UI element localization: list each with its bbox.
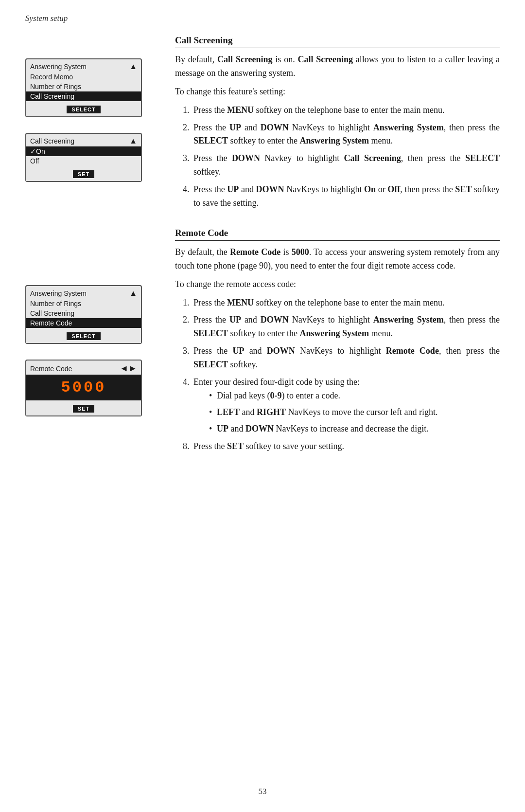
call-screening-para1: By default, Call Screening is on. Call S… [175,53,500,80]
screen4-button-row: SET [26,402,141,415]
remote-code-step-4: Enter your desired four-digit code by us… [183,376,500,436]
phone-screen-2: Call Screening ▲ ✓On Off SET [25,133,142,182]
page-header: System setup [25,14,68,23]
remote-code-para2: To change the remote access code: [175,278,500,291]
call-screening-steps: Press the MENU softkey on the telephone … [183,104,500,210]
screen4-set-btn[interactable]: SET [73,405,94,413]
screen3-select-btn[interactable]: SELECT [67,332,100,340]
remote-code-bullets: Dial pad keys (0-9) to enter a code. LEF… [209,389,500,436]
right-column: Call Screening By default, Call Screenin… [175,35,500,470]
call-screening-heading: Call Screening [175,35,500,48]
remote-code-section: Remote Code By default, the Remote Code … [175,228,500,453]
remote-code-step-3: Press the UP and DOWN NavKeys to highlig… [183,344,500,372]
screen2-title-row: Call Screening ▲ [26,136,141,146]
call-screening-step-2: Press the UP and DOWN NavKeys to highlig… [183,121,500,148]
screen2-arrow: ▲ [129,137,137,145]
phone-screen-4: Remote Code ◄► 5000 SET [25,360,142,416]
bullet-2: LEFT and RIGHT NavKeys to move the curso… [209,406,500,419]
bullet-3: UP and DOWN NavKeys to increase and decr… [209,422,500,436]
page-number: 53 [259,787,267,796]
screen1-row-1: Record Memo [26,72,141,82]
screen3-title-row: Answering System ▲ [26,288,141,299]
screen1-row-2: Number of Rings [26,82,141,91]
call-screening-step-1: Press the MENU softkey on the telephone … [183,104,500,117]
phone-screen-1: Answering System ▲ Record Memo Number of… [25,58,142,117]
phone-screen-3: Answering System ▲ Number of Rings Call … [25,285,142,344]
screen1-button-row: SELECT [26,103,141,116]
remote-code-display: 5000 [26,375,141,400]
left-column: Answering System ▲ Record Memo Number of… [25,58,157,432]
call-screening-para2: To change this feature's setting: [175,85,500,99]
screen2-set-btn[interactable]: SET [73,170,94,178]
screen3-button-row: SELECT [26,330,141,343]
remote-code-step-5: Press the SET softkey to save your setti… [183,440,500,453]
remote-code-heading: Remote Code [175,228,500,241]
screen1-select-btn[interactable]: SELECT [67,106,100,113]
screen1-row-3-highlighted: Call Screening [26,91,141,101]
remote-code-steps: Press the MENU softkey on the telephone … [183,296,500,453]
call-screening-step-4: Press the UP and DOWN NavKeys to highlig… [183,183,500,210]
screen3-row-2: Call Screening [26,308,141,318]
call-screening-step-3: Press the DOWN Navkey to highlight Call … [183,152,500,179]
remote-code-step-2: Press the UP and DOWN NavKeys to highlig… [183,313,500,341]
remote-code-step-1: Press the MENU softkey on the telephone … [183,296,500,310]
screen4-lr-arrows: ◄► [120,363,137,374]
screen3-arrow: ▲ [129,289,137,298]
screen3-row-3-highlighted: Remote Code [26,318,141,328]
screen4-title-row: Remote Code ◄► [26,362,141,375]
screen3-row-1: Number of Rings [26,299,141,308]
screen2-button-row: SET [26,168,141,181]
bullet-1: Dial pad keys (0-9) to enter a code. [209,389,500,403]
screen2-on-row: ✓On [26,146,141,156]
call-screening-section: Call Screening By default, Call Screenin… [175,35,500,210]
screen2-off-row: Off [26,156,141,166]
screen1-arrow: ▲ [129,62,137,71]
remote-code-para1: By default, the Remote Code is 5000. To … [175,246,500,273]
screen1-title-row: Answering System ▲ [26,61,141,72]
